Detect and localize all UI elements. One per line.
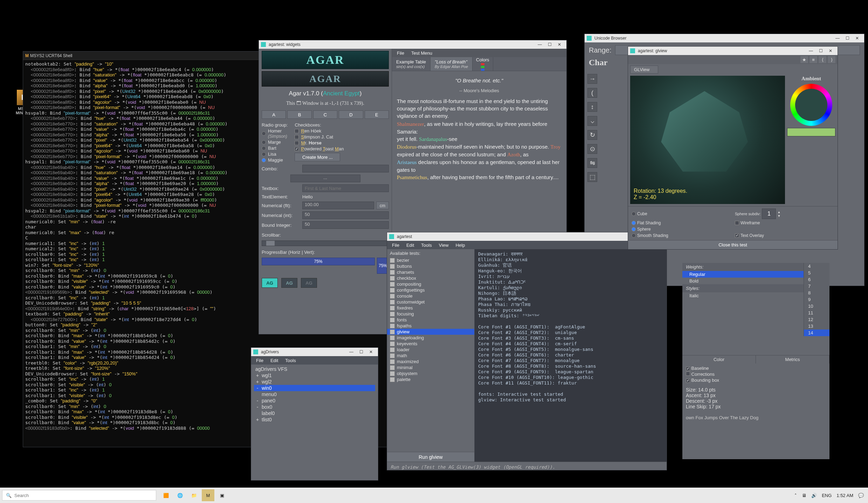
size-10[interactable]: 10: [804, 303, 829, 310]
size-6[interactable]: 6: [804, 276, 829, 283]
close-button[interactable]: ✕: [366, 349, 376, 354]
tree-node-wgl2[interactable]: +wgl2: [254, 379, 375, 385]
radio-sphere[interactable]: Sphere: [632, 227, 731, 232]
button-D[interactable]: D: [339, 110, 363, 119]
tree-root[interactable]: agDrivers VFS: [254, 366, 375, 372]
tab-colors[interactable]: Colors: [473, 57, 493, 71]
subdiv-up[interactable]: ▲: [777, 210, 780, 214]
tests-list[interactable]: bezierbuttonscharsetscheckboxcompositing…: [387, 257, 474, 452]
button-C[interactable]: C: [313, 110, 337, 119]
tree-node-menu0[interactable]: menu0: [254, 391, 375, 397]
check-corrections[interactable]: Corrections: [686, 372, 826, 377]
tree-node-wgl1[interactable]: +wgl1: [254, 372, 375, 379]
console-output[interactable]: Devanagari: दवनगर Elliniká: ελληνικά Guā…: [475, 249, 667, 462]
tab-color[interactable]: Color: [682, 355, 756, 363]
system-tray[interactable]: ˄ 🖥 🔊 ENG 1:52 AM 💬: [790, 493, 868, 498]
menu-test menu[interactable]: Test Menu: [408, 50, 436, 56]
tray-chevron-icon[interactable]: ˄: [794, 493, 797, 498]
char-cell-0[interactable]: →: [587, 74, 597, 84]
numflt-unit[interactable]: cm: [376, 202, 389, 209]
tab-[interactable]: "Loss of Breath"By Edgar Allan Poe: [430, 57, 473, 71]
boundint-input[interactable]: 50: [302, 221, 389, 229]
check-wireframe[interactable]: Wireframe: [735, 220, 834, 225]
maximize-button[interactable]: ☐: [816, 48, 826, 53]
menu-file[interactable]: File: [393, 50, 408, 56]
menu-tools[interactable]: Tools: [282, 357, 299, 364]
button-E[interactable]: E: [365, 110, 389, 119]
close-button[interactable]: ✕: [826, 48, 835, 53]
button-A[interactable]: A: [262, 110, 286, 119]
create-more-button[interactable]: Create More ...: [295, 153, 340, 161]
test-item-palette[interactable]: palette: [387, 376, 474, 382]
char-cell-5[interactable]: ⊙: [587, 144, 597, 154]
char-cell-7[interactable]: ⬚: [587, 172, 597, 182]
task-icon-explorer[interactable]: 📁: [188, 489, 200, 501]
button-B[interactable]: B: [287, 110, 311, 119]
textbox-input[interactable]: [302, 184, 389, 192]
size-13[interactable]: 13: [804, 323, 829, 329]
maximize-button[interactable]: ☐: [842, 36, 852, 41]
radio-bart[interactable]: Bart: [262, 145, 288, 151]
test-item-keyevents[interactable]: keyevents: [387, 341, 474, 347]
radio-maggie[interactable]: Maggie: [262, 157, 288, 163]
document-area[interactable]: "O Breathe not. etc." -- Moore's Melodie…: [392, 71, 566, 185]
menu-edit[interactable]: Edit: [403, 242, 418, 249]
tree-node-label0[interactable]: label0: [254, 410, 375, 416]
tray-lang[interactable]: ENG: [822, 493, 832, 498]
char-cell-6[interactable]: ⇋: [587, 158, 597, 168]
test-item-fspaths[interactable]: fspaths: [387, 323, 474, 329]
minimize-button[interactable]: —: [806, 48, 816, 53]
scrollbar-horizontal[interactable]: [262, 240, 389, 246]
char-cell-4[interactable]: ↻: [587, 130, 597, 140]
swatch-0[interactable]: AG: [262, 278, 278, 288]
task-icon-edge[interactable]: 🌐: [174, 489, 186, 501]
test-item-minimal[interactable]: minimal: [387, 365, 474, 371]
check-text-overlay[interactable]: Text Overlay: [735, 233, 834, 238]
maximize-button[interactable]: ☐: [545, 42, 554, 47]
tab-metrics[interactable]: Metrics: [756, 355, 829, 363]
menubar[interactable]: FileEditToolsViewHelp: [387, 241, 667, 249]
test-item-checkbox[interactable]: checkbox: [387, 275, 474, 281]
maximize-button[interactable]: ☐: [356, 349, 366, 354]
glv-tool-3[interactable]: ⟩: [828, 56, 835, 63]
menu-view[interactable]: View: [435, 242, 452, 249]
test-item-buttons[interactable]: buttons: [387, 263, 474, 269]
radio-smooth-shading[interactable]: Smooth Shading: [632, 233, 731, 238]
test-item-fonts[interactable]: fonts: [387, 317, 474, 323]
close-test-button[interactable]: Close this test: [628, 240, 838, 249]
radio-cube[interactable]: Cube: [632, 209, 731, 219]
test-item-console[interactable]: console: [387, 293, 474, 299]
checkbox-2[interactable]: Mr. Horse: [295, 140, 389, 145]
tray-notifications-icon[interactable]: 💬: [858, 493, 864, 498]
size-14[interactable]: 14: [804, 329, 829, 336]
window-agdrivers[interactable]: agDrivers — ☐ ✕ FileEditTools agDrivers …: [251, 347, 378, 481]
swatch-2[interactable]: AG: [301, 278, 317, 288]
subdiv-spinner[interactable]: 1: [762, 209, 776, 219]
test-item-compositing[interactable]: compositing: [387, 281, 474, 287]
size-12[interactable]: 12: [804, 316, 829, 323]
glv-tool-1[interactable]: ≡: [810, 56, 817, 63]
combo-field[interactable]: [302, 165, 389, 172]
minimize-button[interactable]: —: [346, 349, 356, 354]
titlebar[interactable]: agartest: widgets — ☐ ✕: [259, 40, 566, 49]
minimize-button[interactable]: —: [535, 42, 545, 47]
test-item-imageloading[interactable]: imageloading: [387, 335, 474, 341]
titlebar[interactable]: agartest: [387, 232, 667, 241]
menu-help[interactable]: Help: [452, 242, 469, 249]
fonts-tabs[interactable]: Color Metrics: [682, 355, 829, 363]
glview-toolbar[interactable]: ★≡⟨⟩: [628, 55, 838, 64]
window-agartest-glview[interactable]: agartest: glview — ☐ ✕ ★≡⟨⟩ GLView Rotat…: [628, 46, 838, 250]
task-icon-msys[interactable]: M: [202, 489, 214, 501]
check-baseline[interactable]: Baseline: [686, 366, 826, 371]
char-cell-3[interactable]: ⌵: [587, 116, 597, 126]
tray-network-icon[interactable]: 🖥: [802, 493, 806, 498]
test-item-focusing[interactable]: focusing: [387, 311, 474, 317]
tree-node-tlist0[interactable]: +tlist0: [254, 416, 375, 423]
size-7[interactable]: 7: [804, 283, 829, 290]
tree-node-win0[interactable]: -win0: [254, 385, 375, 391]
numflt-input[interactable]: 100.00: [302, 202, 374, 209]
char-cell-2[interactable]: ↕: [587, 102, 597, 112]
test-item-configsettings[interactable]: configsettings: [387, 287, 474, 293]
titlebar[interactable]: Unicode Browser — ☐ ✕: [585, 34, 864, 42]
radio-marge[interactable]: Marge: [262, 140, 288, 145]
